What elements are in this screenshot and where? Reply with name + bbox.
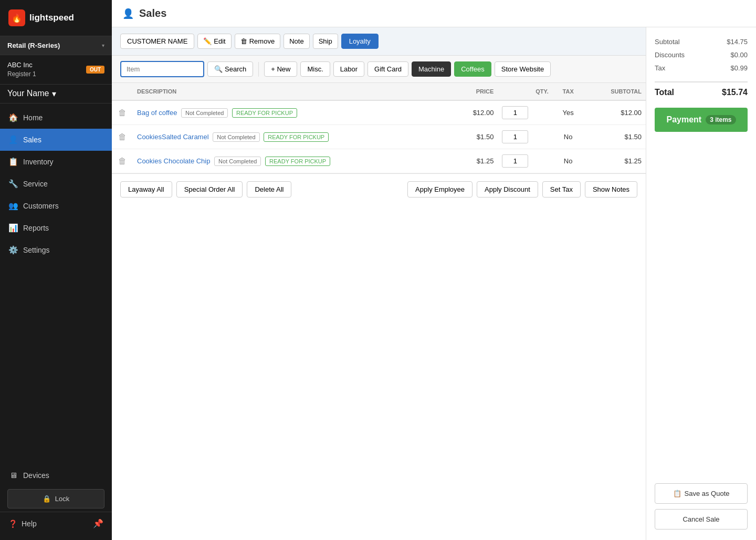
- user-name: Your Name: [7, 89, 49, 98]
- save-as-quote-button[interactable]: 📋 Save as Quote: [655, 483, 748, 504]
- sales-icon: 👤: [8, 135, 18, 144]
- edit-label: Edit: [214, 37, 225, 45]
- sidebar-item-customers[interactable]: 👥 Customers: [0, 195, 112, 217]
- item-search-bar: 🔍 Search + New Misc. Labor Gift Card Mac…: [112, 56, 646, 83]
- row-1-qty-input[interactable]: [502, 106, 528, 119]
- cancel-sale-button[interactable]: Cancel Sale: [655, 509, 748, 529]
- right-panel: Subtotal $14.75 Discounts $0.00 Tax $0.9…: [646, 27, 756, 540]
- total-value: $15.74: [722, 88, 748, 97]
- delete-row-2-button[interactable]: 🗑: [116, 131, 129, 143]
- search-label: Search: [225, 65, 246, 73]
- row-3-pickup-badge: READY FOR PICKUP: [265, 157, 330, 166]
- payment-button[interactable]: Payment 3 items: [655, 108, 748, 132]
- devices-icon: 🖥: [8, 471, 18, 480]
- sidebar-item-settings[interactable]: ⚙️ Settings: [0, 239, 112, 261]
- misc-button[interactable]: Misc.: [300, 61, 330, 77]
- payment-label: Payment: [666, 115, 701, 124]
- sidebar-item-service[interactable]: 🔧 Service: [0, 173, 112, 195]
- left-actions: Layaway All Special Order All Delete All: [120, 181, 291, 198]
- spacer: [655, 140, 748, 483]
- account-text: ABC Inc Register 1: [7, 60, 36, 79]
- row-3-description: Cookies Chocolate Chip Not Completed REA…: [133, 149, 452, 173]
- sidebar-item-label: Service: [23, 180, 48, 188]
- help-button[interactable]: ❓ Help: [8, 520, 37, 528]
- page-header: 👤 Sales: [112, 0, 756, 27]
- page-header-icon: 👤: [122, 8, 134, 19]
- col-tax: TAX: [553, 83, 584, 100]
- row-1-item-link[interactable]: Bag of coffee: [137, 109, 177, 117]
- left-panel: CUSTOMER NAME ✏️ Edit 🗑 Remove Note Ship…: [112, 27, 646, 540]
- row-3-subtotal: $1.25: [584, 149, 646, 173]
- discounts-value: $0.00: [730, 51, 748, 59]
- sidebar-item-reports[interactable]: 📊 Reports: [0, 217, 112, 239]
- store-selector[interactable]: Retail (R-Series) ▾: [0, 36, 112, 55]
- row-2-price: $1.50: [452, 125, 498, 149]
- loyalty-button[interactable]: Loyalty: [341, 34, 379, 49]
- sidebar-item-label: Reports: [23, 224, 49, 232]
- help-icon: ❓: [8, 520, 17, 528]
- total-label: Total: [655, 88, 674, 97]
- special-order-all-button[interactable]: Special Order All: [176, 181, 243, 198]
- customer-name-button[interactable]: CUSTOMER NAME: [120, 34, 194, 49]
- customer-bar: CUSTOMER NAME ✏️ Edit 🗑 Remove Note Ship…: [112, 27, 646, 56]
- layaway-all-button[interactable]: Layaway All: [120, 181, 172, 198]
- coffees-button[interactable]: Coffees: [454, 61, 491, 77]
- gift-card-button[interactable]: Gift Card: [368, 61, 408, 77]
- row-1-subtotal: $12.00: [584, 100, 646, 125]
- row-2-qty-input[interactable]: [502, 130, 528, 143]
- notification-icon[interactable]: 📌: [93, 518, 103, 528]
- row-3-status-badge: Not Completed: [214, 157, 261, 166]
- row-2-tax: No: [553, 125, 584, 149]
- note-button[interactable]: Note: [284, 34, 309, 49]
- edit-button[interactable]: ✏️ Edit: [197, 34, 231, 49]
- sidebar-item-inventory[interactable]: 📋 Inventory: [0, 151, 112, 173]
- search-button[interactable]: 🔍 Search: [207, 61, 253, 77]
- machine-button[interactable]: Machine: [412, 61, 451, 77]
- search-icon: 🔍: [214, 65, 223, 73]
- apply-employee-button[interactable]: Apply Employee: [407, 181, 472, 198]
- tax-value: $0.99: [730, 64, 748, 72]
- item-input[interactable]: [120, 61, 204, 77]
- company-name: ABC Inc: [7, 60, 36, 70]
- col-subtotal: SUBTOTAL: [584, 83, 646, 100]
- home-icon: 🏠: [8, 113, 18, 122]
- delete-row-1-button[interactable]: 🗑: [116, 107, 129, 119]
- devices-label: Devices: [23, 471, 49, 480]
- service-icon: 🔧: [8, 179, 18, 189]
- actions-bar: Layaway All Special Order All Delete All…: [112, 173, 646, 205]
- apply-discount-button[interactable]: Apply Discount: [477, 181, 538, 198]
- sidebar-item-sales[interactable]: 👤 Sales: [0, 129, 112, 151]
- reports-icon: 📊: [8, 223, 18, 233]
- store-website-button[interactable]: Store Website: [495, 61, 551, 77]
- sidebar-item-label: Customers: [23, 202, 59, 210]
- col-description: DESCRIPTION: [133, 83, 452, 100]
- user-row[interactable]: Your Name ▾: [0, 85, 112, 103]
- sidebar-item-home[interactable]: 🏠 Home: [0, 107, 112, 129]
- ship-button[interactable]: Ship: [313, 34, 338, 49]
- sidebar-item-devices[interactable]: 🖥 Devices: [0, 464, 112, 486]
- remove-button[interactable]: 🗑 Remove: [235, 34, 280, 49]
- subtotal-value: $14.75: [727, 38, 748, 46]
- content-area: CUSTOMER NAME ✏️ Edit 🗑 Remove Note Ship…: [112, 27, 756, 540]
- payment-items-badge: 3 items: [706, 115, 736, 124]
- row-1-price: $12.00: [452, 100, 498, 125]
- sidebar-item-label: Home: [23, 113, 43, 122]
- row-3-qty-cell: [498, 149, 552, 173]
- row-3-qty-input[interactable]: [502, 154, 528, 168]
- delete-row-3-button[interactable]: 🗑: [116, 155, 129, 167]
- set-tax-button[interactable]: Set Tax: [542, 181, 581, 198]
- delete-all-button[interactable]: Delete All: [247, 181, 291, 198]
- labor-button[interactable]: Labor: [333, 61, 364, 77]
- show-notes-button[interactable]: Show Notes: [585, 181, 637, 198]
- row-2-status-badge: Not Completed: [213, 132, 259, 142]
- row-2-item-link[interactable]: CookiesSalted Caramel: [137, 133, 209, 141]
- row-3-item-link[interactable]: Cookies Chocolate Chip: [137, 157, 210, 165]
- settings-icon: ⚙️: [8, 245, 18, 255]
- tax-row: Tax $0.99: [655, 64, 748, 72]
- lock-button[interactable]: 🔒 Lock: [7, 489, 104, 508]
- sidebar-item-label: Inventory: [23, 158, 54, 166]
- subtotal-label: Subtotal: [655, 38, 680, 46]
- inventory-icon: 📋: [8, 157, 18, 167]
- logo-icon: 🔥: [8, 9, 25, 26]
- new-button[interactable]: + New: [264, 61, 297, 77]
